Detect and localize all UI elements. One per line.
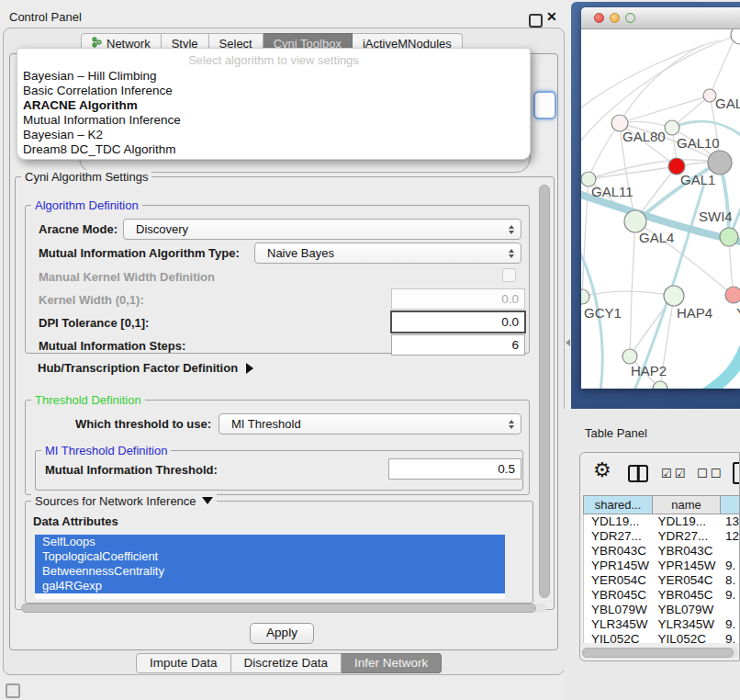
network-edge[interactable] — [620, 46, 701, 123]
attribute-list-item[interactable]: gal4RGexp — [35, 579, 505, 593]
node-table: shared...name YDL19...YDL19...13YDR27...… — [583, 495, 740, 643]
table-cell: YBL079W — [584, 603, 654, 617]
table-body: YDL19...YDL19...13YDR27...YDR27...12YBR0… — [583, 514, 740, 643]
mi-threshold-definition-group: MI Threshold Definition Mutual Informati… — [35, 450, 523, 491]
table-cell — [721, 544, 740, 559]
apply-button[interactable]: Apply — [250, 623, 314, 644]
table-row[interactable]: YLR345WYLR345W9. — [584, 617, 740, 632]
network-edge[interactable] — [589, 166, 677, 179]
control-panel-title: Control Panel — [9, 10, 82, 24]
table-row[interactable]: YIL052CYIL052C9. — [584, 632, 740, 643]
sources-title-label: Sources for Network Inference — [35, 494, 196, 508]
close-window-icon[interactable] — [594, 13, 604, 23]
table-column-header[interactable]: name — [653, 495, 721, 514]
float-panel-icon[interactable] — [529, 14, 543, 28]
mi-threshold-label: Mutual Information Threshold: — [45, 463, 218, 477]
minimize-window-icon[interactable] — [610, 13, 620, 23]
hub-definition-toggle[interactable]: Hub/Transcription Factor Definition — [38, 361, 253, 375]
attribute-list-item[interactable]: SelfLoops — [35, 535, 505, 549]
table-row[interactable]: YER054CYER054C8. — [584, 573, 740, 588]
aracne-mode-value: Discovery — [136, 222, 188, 236]
table-row[interactable]: YBR045CYBR045C9. — [584, 588, 740, 603]
network-edge[interactable] — [620, 96, 710, 123]
aracne-mode-label: Aracne Mode: — [39, 222, 118, 236]
dpi-tolerance-label: DPI Tolerance [0,1]: — [39, 316, 149, 330]
split-pane-collapse-icon[interactable] — [566, 339, 570, 346]
docked-panel-icon[interactable] — [6, 683, 20, 698]
export-table-icon[interactable] — [733, 462, 740, 484]
deselect-all-checkboxes-icon[interactable]: ☐☐ — [697, 467, 723, 480]
data-attributes-label: Data Attributes — [33, 514, 118, 528]
expanded-arrow-icon — [202, 497, 213, 504]
which-threshold-select[interactable]: MI Threshold — [219, 413, 521, 435]
network-node[interactable] — [725, 287, 740, 303]
tab-infer-network[interactable]: Infer Network — [342, 653, 442, 673]
network-node[interactable] — [731, 29, 740, 44]
manual-kernel-label: Manual Kernel Width Definition — [39, 270, 215, 284]
select-all-checkboxes-icon[interactable]: ☑☑ — [661, 467, 688, 480]
network-node-label: GAL — [715, 96, 740, 111]
table-row[interactable]: YBR043CYBR043C — [584, 544, 740, 559]
table-row[interactable]: YPR145WYPR145W9. — [584, 559, 740, 573]
table-column-header[interactable] — [721, 495, 740, 514]
algorithm-option[interactable]: Bayesian – Hill Climbing — [17, 69, 530, 84]
mi-type-select[interactable]: Naive Bayes — [254, 243, 521, 264]
table-cell — [721, 603, 740, 617]
manual-kernel-checkbox[interactable] — [502, 268, 516, 282]
mi-type-value: Naive Bayes — [267, 246, 334, 260]
table-column-header[interactable]: shared... — [583, 495, 653, 514]
table-cell: 9. — [721, 632, 740, 643]
network-node[interactable] — [653, 381, 667, 389]
network-edge[interactable] — [630, 221, 635, 356]
network-view-window: GALGAL80GAL10GAL1GAL11GAL4SWI4GCY1HAP4YH… — [581, 7, 740, 389]
network-node[interactable] — [720, 228, 738, 246]
table-panel-title: Table Panel — [585, 426, 647, 440]
table-row[interactable]: YBL079WYBL079W — [584, 603, 740, 617]
settings-vertical-scrollbar[interactable] — [539, 185, 550, 598]
zoom-window-icon[interactable] — [625, 13, 635, 23]
which-threshold-value: MI Threshold — [231, 417, 301, 431]
stepper-icon — [509, 420, 514, 429]
mi-threshold-field[interactable]: 0.5 — [388, 458, 521, 480]
table-cell: YBR043C — [584, 544, 654, 559]
settings-horizontal-scrollbar[interactable] — [21, 604, 546, 613]
attribute-list-item[interactable]: TopologicalCoefficient — [35, 549, 505, 564]
network-node[interactable] — [665, 120, 679, 135]
attribute-list-item[interactable]: BetweennessCentrality — [35, 564, 505, 579]
algorithm-definition-group: Algorithm Definition Aracne Mode: Discov… — [25, 205, 530, 354]
network-node[interactable] — [581, 289, 589, 304]
network-node[interactable] — [664, 286, 684, 306]
tab-impute-data[interactable]: Impute Data — [136, 653, 231, 673]
table-row[interactable]: YDL19...YDL19...13 — [584, 514, 740, 529]
network-canvas[interactable]: GALGAL80GAL10GAL1GAL11GAL4SWI4GCY1HAP4YH… — [581, 29, 740, 389]
algorithm-option[interactable]: Dream8 DC_TDC Algorithm — [17, 142, 530, 157]
columns-icon[interactable] — [628, 465, 648, 482]
gear-icon[interactable]: ⚙ — [593, 458, 611, 482]
network-node[interactable] — [622, 349, 637, 364]
algorithm-option[interactable]: Mutual Information Inference — [17, 113, 530, 128]
algorithm-option[interactable]: Bayesian – K2 — [17, 128, 530, 142]
network-node-label: HAP4 — [677, 305, 712, 321]
table-panel-window: ⚙ ☑☑ ☐☐ shared...name YDL19...YDL19...13… — [579, 452, 740, 661]
bottom-tabbar: Impute Data Discretize Data Infer Networ… — [136, 653, 442, 673]
network-edge[interactable] — [706, 349, 740, 389]
network-window-titlebar[interactable] — [581, 7, 740, 29]
network-graph[interactable]: GALGAL80GAL10GAL1GAL11GAL4SWI4GCY1HAP4YH… — [581, 29, 740, 389]
network-node[interactable] — [703, 89, 716, 102]
aracne-mode-select[interactable]: Discovery — [123, 219, 521, 240]
tab-discretize-data[interactable]: Discretize Data — [231, 653, 342, 673]
kernel-width-field[interactable]: 0.0 — [391, 288, 525, 310]
mi-steps-field[interactable]: 6 — [391, 334, 525, 356]
algorithm-option[interactable]: ARACNE Algorithm — [17, 98, 530, 113]
which-threshold-label: Which threshold to use: — [75, 417, 211, 431]
mi-type-label: Mutual Information Algorithm Type: — [39, 246, 240, 260]
dpi-tolerance-field[interactable]: 0.0 — [390, 310, 526, 333]
collapsed-arrow-icon — [246, 363, 253, 374]
table-row[interactable]: YDR27...YDR27...12 — [584, 529, 740, 544]
sources-group-title[interactable]: Sources for Network Inference — [31, 494, 217, 508]
close-panel-icon[interactable]: ✕ — [546, 9, 557, 24]
algorithm-option[interactable]: Basic Correlation Inference — [17, 84, 530, 98]
cyni-algorithm-settings-group: Cyni Algorithm Settings Algorithm Defini… — [15, 176, 555, 610]
table-cell: YLR345W — [654, 617, 722, 632]
table-horizontal-scrollbar[interactable] — [582, 648, 738, 658]
